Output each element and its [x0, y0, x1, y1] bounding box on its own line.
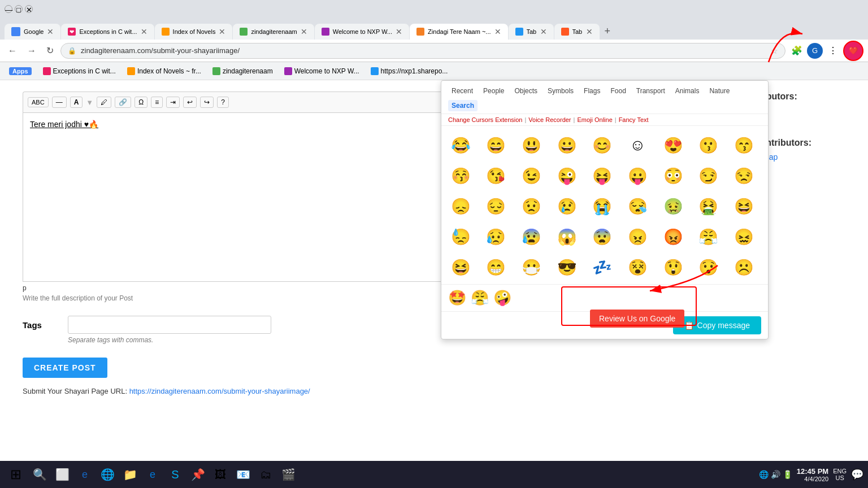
- emoji-sweat[interactable]: 😓: [446, 222, 475, 251]
- taskbar-folder[interactable]: 📁: [120, 464, 140, 485]
- taskbar-edge[interactable]: e: [142, 464, 163, 485]
- category-symbols[interactable]: Symbols: [544, 85, 577, 97]
- toolbar-dropdown-icon[interactable]: ▼: [86, 98, 93, 107]
- review-us-button[interactable]: Review Us on Google: [590, 310, 684, 328]
- emoji-stuck-out-2[interactable]: 😝: [588, 161, 617, 190]
- maximize-button[interactable]: □: [15, 5, 23, 13]
- emoji-angry[interactable]: 😠: [623, 222, 652, 251]
- tab-close-6[interactable]: ✕: [540, 27, 547, 36]
- emoji-sick[interactable]: 🤢: [658, 191, 688, 221]
- recent-emoji-1[interactable]: 🤩: [448, 289, 466, 307]
- emoji-open-mouth[interactable]: 😯: [588, 283, 617, 284]
- toolbar-help-btn[interactable]: ?: [217, 97, 229, 108]
- minimize-button[interactable]: —: [5, 5, 12, 13]
- close-button[interactable]: ✕: [25, 5, 33, 13]
- recent-emoji-2[interactable]: 😤: [471, 289, 489, 307]
- toolbar-abc-btn[interactable]: ABC: [28, 97, 49, 107]
- category-animals[interactable]: Animals: [672, 85, 703, 97]
- tab-close-2[interactable]: ✕: [141, 27, 147, 36]
- emoji-kissing[interactable]: 😘: [481, 161, 511, 190]
- emoji-devil[interactable]: 👿: [481, 283, 511, 284]
- tab-google[interactable]: Google ✕: [5, 24, 60, 40]
- toolbar-redo-btn[interactable]: ↪: [200, 97, 214, 108]
- toolbar-align-btn[interactable]: ≡: [151, 97, 163, 108]
- menu-button[interactable]: ⋮: [825, 43, 841, 59]
- tab-close-7[interactable]: ✕: [586, 27, 593, 36]
- bookmark-zindagi[interactable]: zindagiterenaam: [208, 66, 277, 76]
- emoji-cold-sweat[interactable]: 😰: [517, 222, 546, 251]
- taskbar-outlook[interactable]: 📧: [233, 464, 253, 485]
- emoji-astonished[interactable]: 😲: [658, 252, 688, 282]
- taskbar-skype[interactable]: S: [165, 464, 185, 485]
- taskbar-media[interactable]: 🎬: [278, 464, 298, 485]
- emoji-zzz[interactable]: 💤: [588, 252, 617, 282]
- toolbar-link-btn[interactable]: 🔗: [115, 97, 131, 108]
- emoji-confounded[interactable]: 😖: [729, 222, 758, 251]
- emoji-joy[interactable]: 😆: [446, 252, 475, 282]
- emoji-kissing-closed[interactable]: 😚: [446, 161, 475, 190]
- tags-input[interactable]: [68, 316, 271, 334]
- profile-button[interactable]: G: [807, 43, 823, 59]
- tab-6[interactable]: Tab ✕: [509, 24, 554, 40]
- taskbar-explorer[interactable]: 🗂: [255, 464, 276, 485]
- bookmark-apps[interactable]: Apps: [5, 66, 36, 76]
- taskbar-task-view[interactable]: ⬜: [52, 464, 72, 485]
- back-button[interactable]: ←: [5, 43, 20, 58]
- category-nature[interactable]: Nature: [706, 85, 733, 97]
- tab-5[interactable]: Welcome to NXP W... ✕: [315, 24, 409, 40]
- emoji-flushed[interactable]: 😳: [658, 161, 688, 190]
- emoji-heart-eyes[interactable]: 😍: [658, 130, 688, 160]
- category-transport[interactable]: Transport: [633, 85, 669, 97]
- emoji-triumph[interactable]: 😤: [694, 222, 723, 251]
- emoji-weary[interactable]: 😥: [481, 222, 511, 251]
- toolbar-char-btn[interactable]: Ω: [134, 97, 147, 108]
- tab-close-icon[interactable]: ✕: [47, 27, 54, 36]
- bookmark-novels[interactable]: Index of Novels ~ fr...: [123, 66, 206, 76]
- emoji-big-smile[interactable]: 😁: [481, 252, 511, 282]
- create-post-button[interactable]: CREATE POST: [23, 358, 107, 378]
- emoji-winking[interactable]: 😉: [517, 161, 546, 190]
- tab-3[interactable]: Index of Novels ✕: [155, 24, 233, 40]
- emoji-expressionless[interactable]: 😐: [694, 283, 723, 284]
- tab-close-5[interactable]: ✕: [396, 27, 402, 36]
- emoji-unamused[interactable]: 😒: [729, 161, 758, 190]
- tab-close-4[interactable]: ✕: [301, 27, 307, 36]
- emoji-laughing[interactable]: 😂: [446, 130, 475, 160]
- taskbar-chrome[interactable]: 🌐: [97, 464, 118, 485]
- bookmark-sharepoint[interactable]: https://nxp1.sharepo...: [366, 66, 453, 76]
- emoji-sob[interactable]: 😭: [588, 191, 617, 221]
- recent-emoji-3[interactable]: 🤪: [493, 289, 511, 307]
- emoji-dizzy-face[interactable]: 😵: [623, 252, 652, 282]
- tab-active[interactable]: Zindagi Tere Naam ~... ✕: [410, 24, 507, 40]
- toolbar-highlight-btn[interactable]: 🖊: [97, 97, 111, 108]
- emoji-imp-2[interactable]: 😈: [517, 283, 546, 284]
- toolbar-undo-btn[interactable]: ↩: [183, 97, 197, 108]
- emoji-kissing-heart[interactable]: 😗: [694, 130, 723, 160]
- extensions-button[interactable]: 🧩: [789, 43, 805, 59]
- emoji-smile[interactable]: 😀: [552, 130, 581, 160]
- star-icon[interactable]: ☆: [771, 46, 778, 55]
- taskbar-photos[interactable]: 🖼: [210, 464, 231, 485]
- tab-2[interactable]: ❤ Exceptions in C wit... ✕: [61, 24, 154, 40]
- category-search[interactable]: Search: [448, 100, 478, 111]
- change-cursors-link[interactable]: Change Cursors Extension: [448, 116, 522, 123]
- emoji-satisfied[interactable]: 😆: [729, 191, 758, 221]
- new-tab-button[interactable]: +: [600, 23, 615, 40]
- toolbar-dash-btn[interactable]: —: [52, 97, 67, 108]
- emoji-pensive[interactable]: 😔: [481, 191, 511, 221]
- taskbar-sticky[interactable]: 📌: [188, 464, 208, 485]
- emoji-green-sick[interactable]: 🤮: [694, 191, 723, 221]
- taskbar-search[interactable]: 🔍: [29, 464, 50, 485]
- category-objects[interactable]: Objects: [511, 85, 541, 97]
- taskbar-clock[interactable]: 12:45 PM 4/4/2020: [797, 467, 828, 482]
- emoji-disappointed[interactable]: 😞: [446, 191, 475, 221]
- fancy-text-link[interactable]: Fancy Text: [619, 116, 649, 123]
- emoji-mask[interactable]: 😷: [517, 252, 546, 282]
- emoji-tongue[interactable]: 😛: [623, 161, 652, 190]
- category-flags[interactable]: Flags: [580, 85, 604, 97]
- tab-7[interactable]: Tab ✕: [554, 24, 600, 40]
- toolbar-font-color-btn[interactable]: A: [70, 97, 83, 108]
- refresh-button[interactable]: ↻: [43, 43, 57, 58]
- emoji-anguished[interactable]: 😦: [623, 283, 652, 284]
- emoji-worried[interactable]: 😟: [517, 191, 546, 221]
